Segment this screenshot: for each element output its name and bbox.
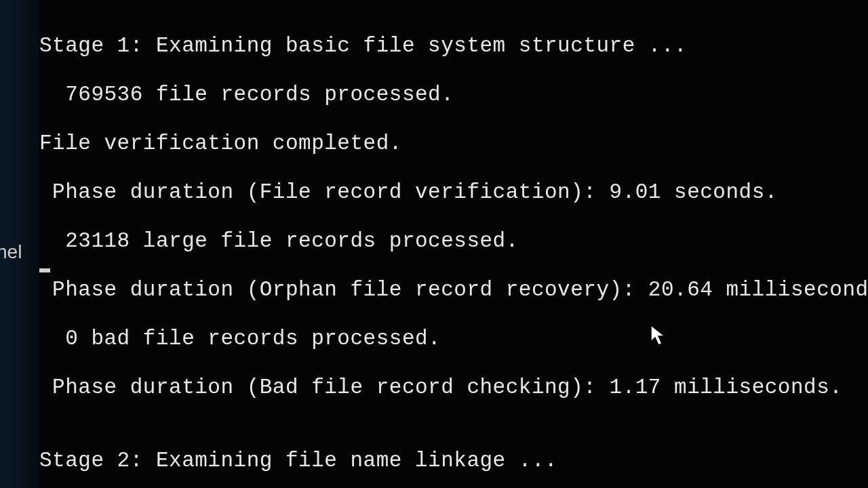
phase3-duration-line: Phase duration (Bad file record checking… <box>39 375 868 400</box>
file-records-processed-line: 769536 file records processed. <box>39 83 868 107</box>
phase1-duration-line: Phase duration (File record verification… <box>39 180 868 205</box>
desktop-left-strip: nel <box>0 0 39 488</box>
phase2-duration-line: Phase duration (Orphan file record recov… <box>39 278 868 302</box>
verification-complete-line: File verification completed. <box>39 131 868 156</box>
terminal-output[interactable]: Stage 1: Examining basic file system str… <box>39 0 868 488</box>
background-label-fragment: nel <box>0 241 22 263</box>
bad-records-line: 0 bad file records processed. <box>39 327 868 351</box>
stage1-header-line: Stage 1: Examining basic file system str… <box>39 34 868 58</box>
large-records-line: 23118 large file records processed. <box>39 229 868 253</box>
stage2-header-line: Stage 2: Examining file name linkage ... <box>39 449 868 473</box>
text-cursor <box>39 268 50 272</box>
